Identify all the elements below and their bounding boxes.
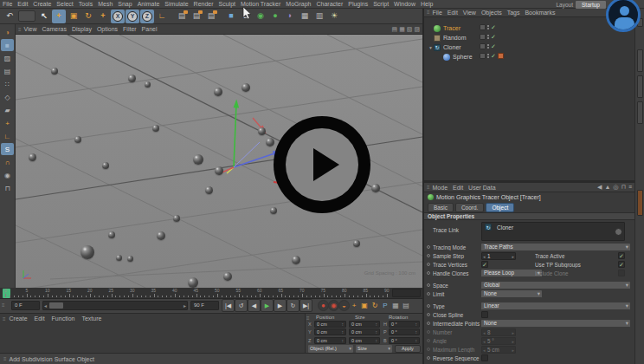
attribute-menu-mode[interactable]: Mode [430, 185, 451, 191]
viewport-menu-options[interactable]: Options [94, 26, 120, 32]
menu-character[interactable]: Character [314, 0, 346, 9]
ruler-end-field[interactable] [392, 289, 421, 297]
menu-plugins[interactable]: Plugins [345, 0, 370, 9]
undo-palette[interactable] [18, 10, 35, 22]
size-x-field[interactable]: 0 cm↕ [349, 321, 380, 328]
maximum-length-field[interactable]: ◂5 cm▸ [481, 346, 516, 354]
move-tool[interactable]: + [52, 10, 66, 23]
anim-dot-icon[interactable] [427, 254, 430, 257]
enabled-check-icon[interactable]: ✓ [491, 43, 496, 49]
object-item-random[interactable]: Random✓ [424, 33, 634, 42]
tab-basic[interactable]: Basic [428, 203, 454, 212]
snap-toggle-button[interactable]: S [1, 143, 14, 155]
key-position-toggle[interactable]: + [349, 300, 359, 311]
number-field[interactable]: ◂8▸ [481, 328, 516, 336]
slider-left-arrow-icon[interactable]: ◂ [44, 302, 47, 309]
menu-create[interactable]: Create [30, 0, 54, 9]
tracing-mode-dropdown[interactable]: Trace Paths▾ [481, 244, 630, 251]
viewport-menu-panel[interactable]: Panel [139, 26, 160, 32]
anim-dot-icon[interactable] [427, 263, 430, 266]
size-y-field[interactable]: 0 cm↕ [349, 328, 380, 335]
anim-dot-icon[interactable] [427, 271, 430, 275]
add-array-button[interactable]: ▦ [298, 10, 312, 23]
slider-right-arrow-icon[interactable]: ▸ [184, 302, 186, 309]
menu-mograph[interactable]: MoGraph [283, 0, 313, 9]
trace-link-listbox[interactable]: ↻ Cloner [481, 222, 625, 241]
anim-dot-icon[interactable] [427, 283, 430, 287]
enabled-check-icon[interactable]: ✓ [491, 24, 496, 30]
menu-tools[interactable]: Tools [76, 0, 95, 9]
object-manager-menu-objects[interactable]: Objects [479, 10, 505, 16]
quantize-button[interactable]: ◉ [1, 169, 14, 181]
workplane-mode-button[interactable]: ▤ [1, 65, 14, 77]
add-subdivision-surface-button[interactable]: ◉ [254, 10, 267, 23]
slider-thumb[interactable] [49, 302, 63, 309]
edges-mode-button[interactable]: ◇ [1, 91, 14, 103]
workplane-icon[interactable]: ∟ [1, 130, 14, 142]
play-loop-button[interactable]: ↺ [235, 299, 248, 312]
search-icon[interactable]: ◎ [613, 184, 618, 191]
back-arrow-icon[interactable]: ◀ [597, 184, 602, 191]
close-spline-checkbox[interactable] [481, 311, 488, 318]
intermediate-points-dropdown[interactable]: None▾ [481, 320, 630, 328]
object-manager-menu-file[interactable]: File [430, 10, 445, 16]
y-axis-lock[interactable]: Y [126, 10, 139, 23]
menu-select[interactable]: Select [54, 0, 75, 9]
z-axis-lock[interactable]: Z [140, 10, 154, 23]
menu-simulate[interactable]: Simulate [162, 0, 190, 9]
material-menu-edit[interactable]: Edit [31, 315, 48, 322]
render-settings-button[interactable]: ▤ [204, 10, 218, 23]
material-menu-texture[interactable]: Texture [78, 315, 105, 322]
anim-dot-icon[interactable] [427, 292, 430, 296]
include-clone-checkbox[interactable] [618, 270, 625, 276]
object-toggles[interactable]: ✓ [480, 43, 496, 49]
timeline-options-icon[interactable]: ▤ [401, 300, 411, 311]
tab-object[interactable]: Object [486, 203, 514, 212]
rotation-h-field[interactable]: 0 °↕ [389, 321, 420, 328]
anim-dot-icon[interactable] [427, 245, 430, 249]
object-picker-icon[interactable] [615, 228, 622, 236]
key-rotation-toggle[interactable]: ↻ [370, 300, 380, 311]
panel-grip-icon[interactable]: ≡ [2, 302, 5, 308]
material-menu-function[interactable]: Function [48, 315, 79, 322]
rotation-p-field[interactable]: 0 °↕ [389, 328, 420, 335]
add-generator-button[interactable]: ● [268, 10, 282, 23]
limit-dropdown[interactable]: None▾ [481, 290, 542, 298]
panel-tab[interactable] [637, 49, 643, 72]
material-menu-create[interactable]: Create [6, 315, 31, 322]
magnet-tool-button[interactable]: ∩ [1, 156, 14, 168]
play-forward-button[interactable]: ▶ [261, 299, 274, 312]
position-z-field[interactable]: 0 cm↕ [314, 337, 346, 344]
trace-vertices-checkbox[interactable]: ✓ [481, 261, 488, 268]
attribute-menu-edit[interactable]: Edit [450, 185, 466, 191]
anim-dot-icon[interactable] [427, 322, 430, 325]
render-view-button[interactable]: ▤ [175, 10, 189, 23]
rotation-b-field[interactable]: 0 °↕ [389, 337, 420, 344]
position-x-field[interactable]: 0 cm↕ [314, 321, 346, 328]
sample-step-field[interactable]: ◂1▸ [481, 252, 516, 260]
play-backward-button[interactable]: ◀ [248, 299, 261, 312]
rotate-tool[interactable]: ↻ [81, 10, 95, 23]
anim-dot-icon[interactable] [427, 348, 430, 351]
size-z-field[interactable]: 0 cm↕ [349, 337, 380, 344]
object-item-cloner[interactable]: ▼↻Cloner✓ [424, 42, 634, 52]
space-dropdown[interactable]: Global▾ [481, 282, 630, 289]
anim-dot-icon[interactable] [427, 313, 430, 316]
menu-snap[interactable]: Snap [115, 0, 134, 9]
apply-button[interactable]: Apply [395, 345, 421, 353]
points-mode-button[interactable]: ∷ [1, 78, 14, 90]
goto-next-frame-button[interactable]: ▶ [274, 299, 287, 312]
add-light-button[interactable]: ☀ [327, 10, 341, 23]
live-selection-tool[interactable]: ↖ [37, 10, 51, 23]
viewport-pin-icon[interactable]: ▤ [392, 26, 398, 33]
goto-end-button[interactable]: ▶| [299, 299, 312, 312]
object-item-tracer[interactable]: Tracer✓ [424, 23, 634, 33]
video-play-overlay[interactable] [274, 116, 370, 213]
coordinate-system-toggle[interactable]: ∟ [155, 10, 169, 23]
position-y-field[interactable]: 0 cm↕ [314, 328, 346, 335]
scale-tool[interactable]: ▣ [67, 10, 80, 23]
up-arrow-icon[interactable]: ▲ [604, 184, 610, 191]
object-manager-menu-bookmarks[interactable]: Bookmarks [522, 10, 557, 16]
key-pla-toggle[interactable]: ▦ [390, 300, 401, 311]
object-manager-menu-view[interactable]: View [460, 10, 479, 16]
